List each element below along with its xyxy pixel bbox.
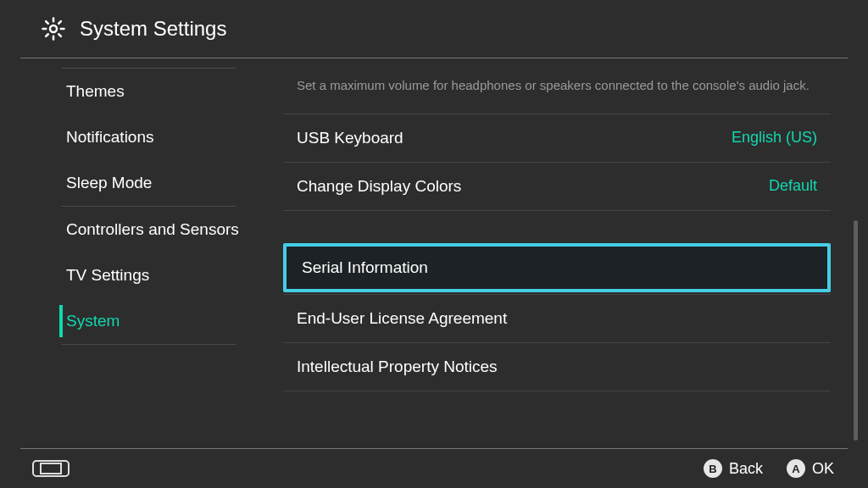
sidebar-item-label: Notifications — [66, 128, 154, 147]
sidebar-item-label: TV Settings — [66, 266, 149, 285]
row-label: Change Display Colors — [297, 177, 461, 196]
page-title: System Settings — [80, 17, 226, 41]
section-spacer — [280, 211, 834, 241]
row-label: End-User License Agreement — [297, 309, 507, 328]
sidebar-item-tv-settings[interactable]: TV Settings — [0, 252, 271, 298]
body: Themes Notifications Sleep Mode Controll… — [0, 59, 868, 449]
setting-description: Set a maximum volume for headphones or s… — [280, 59, 834, 114]
svg-rect-10 — [41, 463, 61, 474]
row-value: Default — [769, 177, 817, 195]
hint-label: OK — [812, 460, 834, 478]
svg-line-5 — [46, 21, 48, 24]
hint-ok[interactable]: A OK — [787, 459, 834, 478]
hint-back[interactable]: B Back — [704, 459, 763, 478]
row-eula[interactable]: End-User License Agreement — [280, 295, 834, 342]
main-panel: Set a maximum volume for headphones or s… — [271, 59, 868, 449]
a-button-icon: A — [787, 459, 805, 478]
sidebar-item-system[interactable]: System — [0, 298, 271, 344]
sidebar-item-label: Sleep Mode — [66, 174, 152, 192]
b-button-icon: B — [704, 459, 722, 478]
sidebar-item-controllers-and-sensors[interactable]: Controllers and Sensors — [0, 207, 271, 252]
sidebar-item-label: System — [66, 312, 120, 330]
svg-line-6 — [58, 34, 61, 36]
sidebar-item-label: Controllers and Sensors — [66, 220, 239, 239]
row-label: USB Keyboard — [297, 129, 403, 147]
svg-line-7 — [46, 34, 48, 36]
controller-icon — [32, 460, 70, 477]
row-value: English (US) — [732, 129, 817, 147]
sidebar: Themes Notifications Sleep Mode Controll… — [0, 59, 271, 449]
row-serial-information[interactable]: Serial Information — [283, 243, 831, 292]
sidebar-item-label: Themes — [66, 82, 125, 101]
sidebar-item-notifications[interactable]: Notifications — [0, 114, 271, 160]
svg-point-0 — [50, 25, 57, 32]
header: System Settings — [0, 0, 868, 58]
sidebar-divider — [61, 344, 236, 345]
footer-right: B Back A OK — [704, 459, 868, 478]
row-separator — [283, 391, 831, 391]
sidebar-item-sleep-mode[interactable]: Sleep Mode — [0, 160, 271, 206]
row-usb-keyboard[interactable]: USB Keyboard English (US) — [280, 114, 834, 162]
app-root: System Settings Themes Notifications Sle… — [0, 0, 868, 488]
scrollbar[interactable] — [854, 220, 858, 441]
footer: B Back A OK — [0, 449, 868, 488]
row-change-display-colors[interactable]: Change Display Colors Default — [280, 163, 834, 210]
hint-label: Back — [729, 460, 763, 478]
footer-left — [0, 460, 70, 477]
header-separator — [20, 58, 848, 58]
gear-icon — [41, 16, 66, 42]
row-label: Serial Information — [302, 258, 428, 277]
row-label: Intellectual Property Notices — [297, 358, 498, 376]
sidebar-item-themes[interactable]: Themes — [0, 69, 271, 114]
svg-line-8 — [58, 21, 61, 24]
row-ip-notices[interactable]: Intellectual Property Notices — [280, 343, 834, 391]
